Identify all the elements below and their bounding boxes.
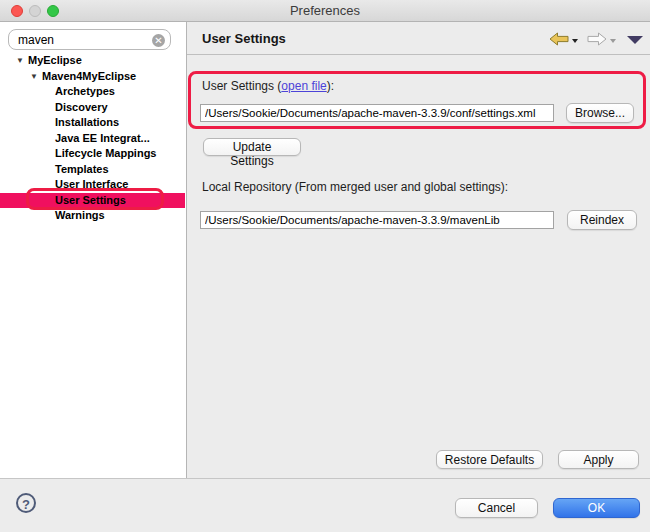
help-icon[interactable]: ? bbox=[16, 493, 36, 513]
open-file-link[interactable]: open file bbox=[281, 79, 326, 93]
tree-item-java-ee-integrat-[interactable]: Java EE Integrat... bbox=[0, 131, 185, 147]
tree-item-label: Maven4MyEclipse bbox=[42, 70, 136, 82]
window-title: Preferences bbox=[0, 3, 650, 18]
expand-triangle-icon[interactable]: ▼ bbox=[30, 69, 38, 85]
tree-item-label: Java EE Integrat... bbox=[55, 132, 150, 144]
view-menu-icon[interactable] bbox=[627, 36, 643, 44]
user-settings-path-input[interactable] bbox=[200, 104, 554, 122]
local-repository-label: Local Repository (From merged user and g… bbox=[202, 180, 508, 194]
reindex-button[interactable]: Reindex bbox=[567, 210, 637, 230]
tree-item-maven4myeclipse[interactable]: ▼Maven4MyEclipse bbox=[0, 69, 185, 85]
tree-item-lifecycle-mappings[interactable]: Lifecycle Mappings bbox=[0, 146, 185, 162]
history-nav bbox=[549, 32, 643, 46]
tree-item-warnings[interactable]: Warnings bbox=[0, 208, 185, 224]
tree-item-archetypes[interactable]: Archetypes bbox=[0, 84, 185, 100]
label-text: ): bbox=[327, 79, 334, 93]
titlebar: Preferences bbox=[0, 0, 650, 22]
back-history-dropdown-icon[interactable] bbox=[572, 39, 578, 43]
page-title: User Settings bbox=[202, 31, 286, 46]
ok-button[interactable]: OK bbox=[553, 498, 640, 518]
tree-item-label: Lifecycle Mappings bbox=[55, 147, 156, 159]
label-text: User Settings ( bbox=[202, 79, 281, 93]
expand-triangle-icon[interactable]: ▼ bbox=[16, 53, 24, 69]
tree-item-label: Archetypes bbox=[55, 85, 115, 97]
tree-item-user-settings[interactable]: User Settings bbox=[0, 193, 185, 209]
tree-item-label: Installations bbox=[55, 116, 119, 128]
back-arrow-icon[interactable] bbox=[549, 32, 569, 46]
tree-item-templates[interactable]: Templates bbox=[0, 162, 185, 178]
search-value: maven bbox=[18, 30, 54, 50]
tree-item-myeclipse[interactable]: ▼MyEclipse bbox=[0, 53, 185, 69]
sidebar: maven ✕ ▼MyEclipse▼Maven4MyEclipseArchet… bbox=[0, 22, 187, 478]
cancel-button[interactable]: Cancel bbox=[455, 498, 538, 518]
preferences-window: Preferences maven ✕ ▼MyEclipse▼Maven4MyE… bbox=[0, 0, 650, 532]
tree-item-label: User Interface bbox=[55, 178, 128, 190]
local-repository-path-input[interactable] bbox=[200, 211, 554, 229]
tree-item-user-interface[interactable]: User Interface bbox=[0, 177, 185, 193]
tree-item-label: Discovery bbox=[55, 101, 108, 113]
forward-arrow-icon[interactable] bbox=[587, 32, 607, 46]
tree-item-label: MyEclipse bbox=[28, 54, 82, 66]
filter-search-input[interactable]: maven ✕ bbox=[8, 29, 171, 50]
forward-history-dropdown-icon[interactable] bbox=[610, 39, 616, 43]
page-header: User Settings bbox=[187, 22, 650, 55]
main-panel: User Settings User Settings (open file):… bbox=[187, 22, 650, 478]
tree-item-label: Templates bbox=[55, 163, 109, 175]
user-settings-label: User Settings (open file): bbox=[202, 79, 334, 93]
apply-button[interactable]: Apply bbox=[558, 450, 639, 469]
preferences-tree: ▼MyEclipse▼Maven4MyEclipseArchetypesDisc… bbox=[0, 53, 185, 224]
update-settings-button[interactable]: Update Settings bbox=[203, 138, 301, 156]
browse-button[interactable]: Browse... bbox=[566, 103, 634, 123]
restore-defaults-button[interactable]: Restore Defaults bbox=[436, 450, 543, 469]
clear-search-icon[interactable]: ✕ bbox=[152, 34, 165, 47]
dialog-footer: ? Cancel OK bbox=[0, 478, 650, 532]
tree-item-discovery[interactable]: Discovery bbox=[0, 100, 185, 116]
tree-item-installations[interactable]: Installations bbox=[0, 115, 185, 131]
tree-item-label: User Settings bbox=[55, 194, 126, 206]
tree-item-label: Warnings bbox=[55, 209, 105, 221]
